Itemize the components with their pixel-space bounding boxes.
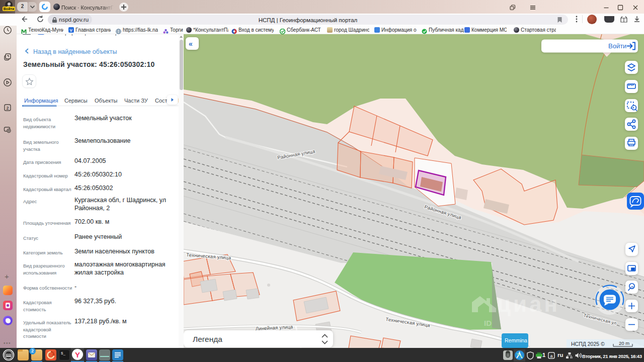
svg-text:Y: Y xyxy=(75,350,80,359)
svg-text:ID: ID xyxy=(484,319,492,327)
svg-text:циан: циан xyxy=(497,292,560,316)
svg-text:@: @ xyxy=(630,285,634,290)
svg-text:Легенда: Легенда xyxy=(193,335,222,343)
svg-text:20 m: 20 m xyxy=(619,340,629,346)
svg-text:«: « xyxy=(189,40,193,48)
svg-text:Войти: Войти xyxy=(608,42,626,50)
svg-text:Remmina: Remmina xyxy=(505,337,527,343)
svg-text:2: 2 xyxy=(6,106,9,111)
svg-text:a: a xyxy=(550,353,553,358)
svg-text:НСПД 2025 ©: НСПД 2025 © xyxy=(571,341,605,347)
